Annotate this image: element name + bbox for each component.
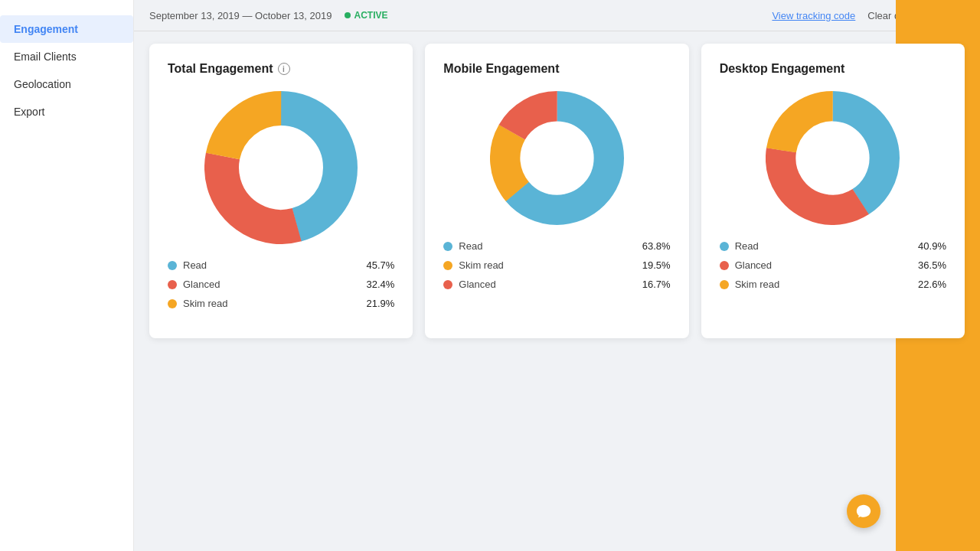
legend-left: Skim read <box>443 259 504 271</box>
sidebar-item-geolocation[interactable]: Geolocation <box>0 70 133 98</box>
legend-label: Skim read <box>183 298 228 309</box>
info-icon[interactable]: i <box>278 63 290 75</box>
legend-total: Read45.7%Glanced32.4%Skim read21.9% <box>168 259 394 309</box>
legend-label: Skim read <box>735 279 780 290</box>
legend-dot <box>168 280 177 289</box>
sidebar-item-engagement[interactable]: Engagement <box>0 15 133 43</box>
card-title-desktop: Desktop Engagement <box>720 62 946 76</box>
card-mobile: Mobile EngagementRead63.8%Skim read19.5%… <box>425 44 688 338</box>
main-content: September 13, 2019 — October 13, 2019 AC… <box>134 0 980 551</box>
card-total: Total EngagementiRead45.7%Glanced32.4%Sk… <box>149 44 413 338</box>
legend-value: 19.5% <box>642 259 671 271</box>
legend-dot <box>443 242 452 251</box>
legend-dot <box>720 261 729 270</box>
card-title-mobile: Mobile Engagement <box>443 62 670 76</box>
legend-row: Read63.8% <box>443 240 670 252</box>
legend-value: 21.9% <box>366 298 394 309</box>
legend-label: Read <box>459 240 482 252</box>
active-dot <box>345 12 351 18</box>
legend-left: Read <box>720 240 759 252</box>
legend-dot <box>443 261 452 270</box>
donut-total <box>168 91 394 244</box>
legend-label: Read <box>735 240 759 252</box>
legend-value: 22.6% <box>918 279 946 290</box>
header-divider <box>134 31 980 31</box>
legend-value: 45.7% <box>366 259 394 271</box>
chat-fab-button[interactable] <box>847 494 880 528</box>
legend-dot <box>168 261 177 270</box>
legend-left: Skim read <box>168 298 228 309</box>
card-title-text-mobile: Mobile Engagement <box>443 62 559 76</box>
legend-label: Read <box>183 259 207 271</box>
legend-value: 16.7% <box>642 279 671 290</box>
legend-row: Glanced36.5% <box>720 259 946 271</box>
legend-row: Skim read21.9% <box>168 298 394 309</box>
legend-row: Read45.7% <box>168 259 394 271</box>
legend-label: Glanced <box>735 259 772 271</box>
card-title-total: Total Engagementi <box>168 62 394 76</box>
legend-left: Read <box>168 259 207 271</box>
legend-row: Skim read22.6% <box>720 279 946 290</box>
sidebar-item-email-clients[interactable]: Email Clients <box>0 43 133 70</box>
legend-left: Read <box>443 240 482 252</box>
legend-row: Glanced32.4% <box>168 279 394 290</box>
legend-row: Skim read19.5% <box>443 259 670 271</box>
legend-left: Skim read <box>720 279 780 290</box>
cards-row: Total EngagementiRead45.7%Glanced32.4%Sk… <box>149 44 965 338</box>
legend-label: Skim read <box>459 259 504 271</box>
legend-left: Glanced <box>720 259 772 271</box>
legend-label: Glanced <box>459 279 495 290</box>
card-title-text-desktop: Desktop Engagement <box>720 62 845 76</box>
legend-mobile: Read63.8%Skim read19.5%Glanced16.7% <box>443 240 670 290</box>
legend-value: 63.8% <box>642 240 671 252</box>
active-label: ACTIVE <box>354 10 388 21</box>
legend-row: Read40.9% <box>720 240 946 252</box>
legend-label: Glanced <box>183 279 220 290</box>
view-tracking-link[interactable]: View tracking code <box>772 10 855 21</box>
legend-value: 32.4% <box>366 279 394 290</box>
donut-desktop <box>720 91 946 225</box>
legend-dot <box>168 299 177 308</box>
header-left: September 13, 2019 — October 13, 2019 AC… <box>149 10 388 21</box>
sidebar: EngagementEmail ClientsGeolocationExport <box>0 0 134 551</box>
donut-mobile <box>443 91 670 225</box>
content-area: Total EngagementiRead45.7%Glanced32.4%Sk… <box>134 44 980 354</box>
chat-icon <box>855 503 872 520</box>
legend-value: 36.5% <box>918 259 946 271</box>
legend-left: Glanced <box>443 279 495 290</box>
legend-dot <box>720 242 729 251</box>
legend-desktop: Read40.9%Glanced36.5%Skim read22.6% <box>720 240 946 290</box>
date-range: September 13, 2019 — October 13, 2019 <box>149 10 332 21</box>
card-title-text-total: Total Engagement <box>168 62 273 76</box>
header-bar: September 13, 2019 — October 13, 2019 AC… <box>134 0 980 31</box>
legend-row: Glanced16.7% <box>443 279 670 290</box>
legend-dot <box>443 280 452 289</box>
sidebar-item-export[interactable]: Export <box>0 98 133 126</box>
legend-left: Glanced <box>168 279 220 290</box>
legend-dot <box>720 280 729 289</box>
legend-value: 40.9% <box>918 240 946 252</box>
card-desktop: Desktop EngagementRead40.9%Glanced36.5%S… <box>701 44 965 338</box>
active-badge: ACTIVE <box>345 10 388 21</box>
